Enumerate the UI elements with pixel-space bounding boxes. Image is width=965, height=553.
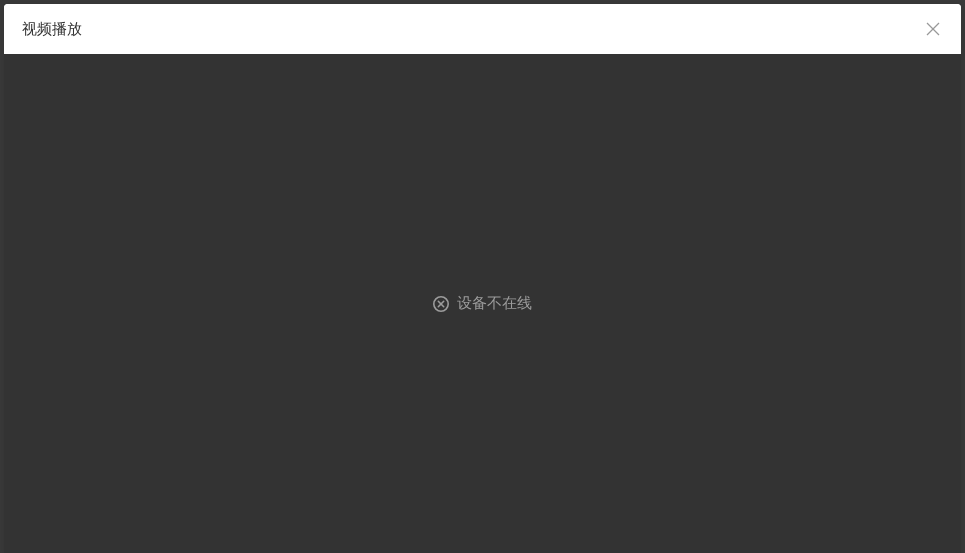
- close-button[interactable]: [921, 17, 945, 41]
- close-icon: [926, 22, 940, 36]
- offline-status: 设备不在线: [433, 294, 532, 313]
- error-icon: [433, 296, 449, 312]
- status-text: 设备不在线: [457, 294, 532, 313]
- modal-title: 视频播放: [22, 20, 82, 39]
- video-area: 设备不在线: [4, 54, 961, 553]
- modal-header: 视频播放: [4, 4, 961, 54]
- video-playback-modal: 视频播放 设备不在线: [4, 4, 961, 553]
